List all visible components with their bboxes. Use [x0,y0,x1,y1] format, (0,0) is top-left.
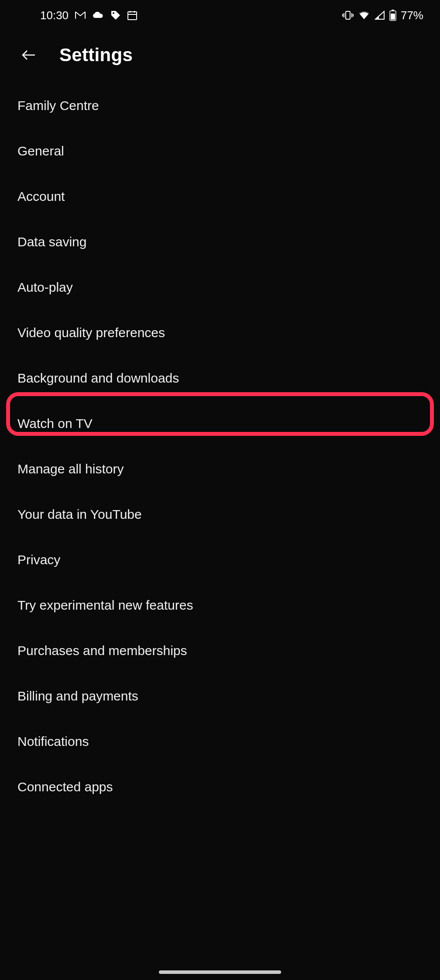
settings-item-watch-on-tv[interactable]: Watch on TV [0,401,440,446]
settings-item-label: Account [17,189,65,204]
settings-item-manage-all-history[interactable]: Manage all history [0,446,440,492]
cellular-icon [375,10,385,20]
settings-item-background-downloads[interactable]: Background and downloads [0,355,440,401]
settings-item-label: Background and downloads [17,371,179,385]
settings-item-label: Watch on TV [17,416,93,431]
status-bar-right: 77% [342,9,423,22]
back-arrow-icon [20,46,38,64]
page-title: Settings [59,45,133,66]
svg-rect-1 [128,12,137,20]
settings-item-experimental-features[interactable]: Try experimental new features [0,583,440,628]
svg-rect-5 [346,11,350,19]
battery-icon [389,10,396,21]
settings-item-video-quality-preferences[interactable]: Video quality preferences [0,310,440,355]
settings-item-general[interactable]: General [0,128,440,174]
settings-list: Family Centre General Account Data savin… [0,83,440,810]
cloud-icon [92,11,104,20]
settings-item-label: General [17,144,64,158]
status-bar-left: 10:30 [40,9,138,22]
settings-item-billing-payments[interactable]: Billing and payments [0,673,440,719]
settings-item-your-data-in-youtube[interactable]: Your data in YouTube [0,492,440,537]
vibrate-icon [342,10,354,20]
svg-rect-12 [391,14,395,20]
settings-item-label: Data saving [17,235,86,249]
wifi-icon [358,10,370,20]
settings-item-account[interactable]: Account [0,174,440,219]
settings-item-label: Family Centre [17,98,99,113]
calendar-icon [127,10,138,21]
settings-item-label: Purchases and memberships [17,643,187,658]
settings-item-label: Notifications [17,734,89,749]
settings-item-label: Connected apps [17,780,113,794]
settings-item-privacy[interactable]: Privacy [0,537,440,583]
settings-item-label: Your data in YouTube [17,507,142,521]
status-time: 10:30 [40,9,69,22]
home-indicator[interactable] [159,970,281,974]
settings-item-data-saving[interactable]: Data saving [0,219,440,265]
settings-item-family-centre[interactable]: Family Centre [0,83,440,128]
svg-point-0 [113,12,114,14]
settings-item-label: Manage all history [17,462,124,476]
tag-icon [110,10,121,21]
gmail-icon [75,11,86,20]
back-button[interactable] [18,45,39,66]
settings-item-label: Billing and payments [17,689,138,703]
settings-item-notifications[interactable]: Notifications [0,719,440,764]
settings-item-label: Auto-play [17,280,73,294]
settings-item-label: Try experimental new features [17,598,193,612]
settings-item-auto-play[interactable]: Auto-play [0,265,440,310]
status-bar: 10:30 [0,0,440,31]
settings-item-label: Privacy [17,552,60,567]
settings-item-connected-apps[interactable]: Connected apps [0,764,440,810]
settings-item-label: Video quality preferences [17,325,165,340]
app-header: Settings [0,31,440,83]
battery-percentage: 77% [401,9,423,22]
settings-item-purchases-memberships[interactable]: Purchases and memberships [0,628,440,673]
